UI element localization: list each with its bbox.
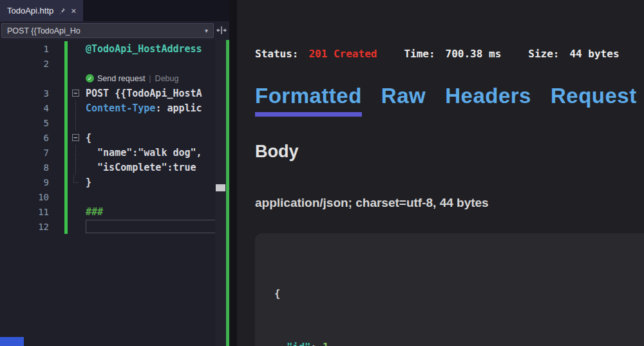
line-number: 11	[0, 207, 49, 217]
send-request-link[interactable]: Send request	[97, 74, 145, 83]
change-bar	[64, 86, 68, 101]
editor-line: 10	[0, 189, 215, 204]
change-bar	[64, 71, 68, 86]
fold-guide	[75, 160, 76, 175]
adorn-separator: |	[149, 74, 151, 83]
line-number: 3	[0, 88, 49, 99]
editor-line: 6 − {	[0, 130, 215, 145]
line-number: 1	[0, 44, 49, 54]
fold-guide	[75, 115, 76, 130]
change-bar	[64, 101, 68, 115]
change-bar	[64, 204, 68, 219]
line-number: 2	[0, 59, 49, 69]
line-number: 4	[0, 103, 49, 113]
statusbar-corner	[0, 337, 24, 346]
request-toolbar: POST {{TodoApi_Ho ▾	[0, 21, 229, 40]
chevron-down-icon: ▾	[205, 27, 208, 34]
fold-margin	[69, 71, 82, 86]
time-label: Time:	[404, 48, 435, 60]
fold-guide-end	[73, 175, 78, 183]
response-json-block: { "id": 1, "name": "walk dog", "isComple…	[255, 233, 644, 346]
size-label: Size:	[528, 48, 559, 60]
json-line: {	[274, 285, 644, 303]
editor-pane: TodoApi.http × POST {{TodoApi_Ho ▾	[0, 0, 229, 346]
code-text: ###	[86, 206, 103, 218]
editor-line: 4 Content-Type: applic	[0, 101, 215, 115]
tab-todoapi-http[interactable]: TodoApi.http ×	[0, 0, 83, 21]
close-icon[interactable]: ×	[71, 6, 76, 15]
editor-line: 8 "isComplete":true	[0, 160, 215, 175]
editor-line: 2	[0, 56, 215, 71]
code-text: {	[86, 132, 91, 144]
code-text: POST {{TodoApi_HostA	[86, 88, 202, 99]
change-bar	[64, 175, 68, 189]
change-bar	[64, 115, 68, 130]
fold-guide	[75, 101, 76, 115]
status-label: Status:	[255, 48, 298, 60]
fold-margin	[69, 56, 82, 71]
scroll-changes-overview	[226, 40, 229, 346]
tab-title: TodoApi.http	[7, 6, 53, 15]
line-number: 12	[0, 222, 49, 232]
fold-margin	[69, 41, 82, 56]
document-tabbar: TodoApi.http ×	[0, 0, 229, 21]
tab-headers[interactable]: Headers	[445, 84, 531, 117]
editor-split-icon[interactable]	[216, 25, 227, 38]
line-number: 5	[0, 118, 49, 128]
editor-line: 5	[0, 115, 215, 130]
code-text: "name":"walk dog",	[97, 147, 202, 159]
check-icon: ✓	[86, 74, 94, 82]
body-heading: Body	[255, 142, 299, 162]
code-text: }	[86, 177, 91, 188]
editor-line: 11 ###	[0, 204, 215, 219]
vs-window: TodoApi.http × POST {{TodoApi_Ho ▾	[0, 0, 644, 346]
content-type-text: application/json; charset=utf-8, 44 byte…	[255, 196, 489, 210]
code-editor[interactable]: 1 @TodoApi_HostAddress 2 ✓ Send request …	[0, 41, 215, 234]
request-method-dropdown[interactable]: POST {{TodoApi_Ho ▾	[1, 23, 214, 38]
line-number: 10	[0, 192, 49, 202]
editor-line: 7 "name":"walk dog",	[0, 145, 215, 160]
editor-line: 9 }	[0, 175, 215, 189]
change-bar	[64, 56, 68, 71]
tab-formatted[interactable]: Formatted	[255, 84, 362, 117]
editor-line: 3 − POST {{TodoApi_HostA	[0, 86, 215, 101]
line-number: 6	[0, 133, 49, 143]
response-tabs: Formatted Raw Headers Request	[255, 84, 637, 117]
current-line-box	[86, 220, 217, 233]
line-number: 9	[0, 177, 49, 187]
editor-line: 1 @TodoApi_HostAddress	[0, 41, 215, 56]
editor-scrollbar[interactable]	[215, 40, 229, 346]
code-text: : applic	[155, 102, 202, 114]
change-bar	[64, 189, 68, 204]
debug-link[interactable]: Debug	[155, 74, 179, 83]
change-bar	[64, 219, 68, 234]
json-line: "id": 1,	[274, 339, 644, 346]
scrollbar-thumb[interactable]	[216, 184, 225, 191]
code-text: "isComplete":true	[97, 162, 196, 173]
change-bar	[64, 160, 68, 175]
change-bar	[64, 145, 68, 160]
code-text: @TodoApi_HostAddress	[86, 43, 202, 55]
tab-request[interactable]: Request	[551, 84, 637, 117]
pin-icon[interactable]	[59, 7, 66, 14]
change-bar	[64, 41, 68, 56]
fold-collapse-icon[interactable]: −	[72, 134, 79, 141]
fold-guide	[75, 145, 76, 160]
line-number: 8	[0, 162, 49, 173]
code-text: Content-Type	[86, 102, 155, 114]
editor-line: 12	[0, 219, 215, 234]
change-bar	[64, 130, 68, 145]
time-value: 700.38 ms	[446, 48, 502, 60]
response-status-row: Status: 201 Created Time: 700.38 ms Size…	[255, 48, 644, 60]
line-number: 7	[0, 148, 49, 158]
response-pane: Status: 201 Created Time: 700.38 ms Size…	[237, 0, 644, 346]
send-request-adornment: ✓ Send request | Debug	[0, 71, 215, 86]
size-value: 44 bytes	[569, 48, 619, 60]
tab-raw[interactable]: Raw	[381, 84, 426, 117]
fold-collapse-icon[interactable]: −	[72, 90, 79, 97]
request-method-value: POST {{TodoApi_Ho	[7, 26, 205, 35]
status-value: 201 Created	[308, 48, 377, 60]
